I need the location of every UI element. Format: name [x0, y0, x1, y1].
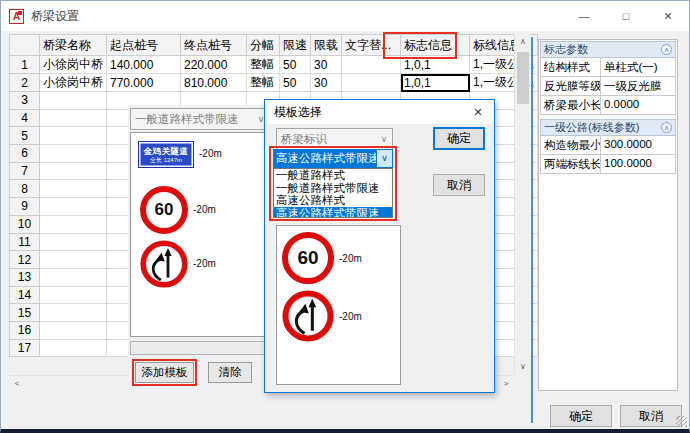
minimize-button[interactable]: — [563, 1, 605, 31]
scroll-up-icon[interactable]: ∧ [515, 34, 531, 50]
scrollbar-thumb[interactable] [517, 52, 529, 104]
collapse-icon[interactable]: ∧ [661, 44, 672, 55]
table-cell[interactable] [40, 109, 107, 127]
property-label: 构造物最小... [541, 136, 601, 154]
table-cell[interactable]: 30 [311, 74, 342, 92]
property-label: 反光膜等级 [541, 77, 601, 95]
property-group-header[interactable]: 标志参数∧ [540, 41, 676, 58]
add-template-button[interactable]: 添加模板 [135, 362, 194, 383]
row-number-cell[interactable]: 13 [10, 268, 40, 286]
row-number-cell[interactable]: 17 [10, 339, 40, 357]
cancel-button[interactable]: 取消 [620, 405, 682, 427]
property-value[interactable]: 单柱式(一) [601, 58, 675, 76]
dialog-cancel-button[interactable]: 取消 [433, 174, 485, 196]
close-button[interactable]: ✕ [647, 1, 689, 31]
corner-header-cell[interactable] [10, 35, 40, 56]
chevron-down-icon[interactable]: ∨ [376, 150, 392, 167]
row-number-cell[interactable]: 6 [10, 145, 40, 163]
table-cell[interactable] [40, 127, 107, 145]
property-value[interactable]: 100.0000 [601, 155, 675, 173]
row-number-cell[interactable]: 8 [10, 180, 40, 198]
column-header[interactable]: 分幅 [247, 35, 280, 56]
table-cell[interactable] [40, 145, 107, 163]
table-cell[interactable]: 30 [311, 56, 342, 74]
row-number-cell[interactable]: 10 [10, 215, 40, 233]
table-cell[interactable]: 1,0,1 [401, 74, 470, 92]
column-header[interactable]: 文字替... [342, 35, 401, 56]
table-cell[interactable] [40, 286, 107, 304]
row-number-cell[interactable]: 12 [10, 251, 40, 269]
scroll-down-icon[interactable]: ∨ [515, 359, 531, 375]
row-number-cell[interactable]: 3 [10, 92, 40, 110]
row-number-cell[interactable]: 2 [10, 74, 40, 92]
property-row: 结构样式单柱式(一) [540, 58, 676, 77]
dialog-close-icon[interactable]: ✕ [462, 100, 494, 124]
column-header[interactable]: 限载 [311, 35, 342, 56]
panel-splitter[interactable] [531, 37, 533, 423]
table-cell[interactable] [40, 233, 107, 251]
dropdown-option[interactable]: 高速公路样式带限速 [274, 207, 392, 219]
table-cell[interactable] [40, 268, 107, 286]
table-cell[interactable] [342, 56, 401, 74]
dropdown-option[interactable]: 一般道路样式带限速 [274, 182, 392, 195]
property-value[interactable]: 300.0000 [601, 136, 675, 154]
scroll-right-icon[interactable]: > [498, 376, 514, 392]
row-number-cell[interactable]: 14 [10, 286, 40, 304]
column-header[interactable]: 起点桩号 [107, 35, 181, 56]
category-combobox[interactable]: 桥梁标识 ∨ [276, 128, 393, 150]
column-header[interactable]: 限速 [280, 35, 311, 56]
table-cell[interactable]: 小徐岗中桥 [40, 74, 107, 92]
table-cell[interactable]: 50 [280, 74, 311, 92]
template-style-combobox[interactable]: 一般道路样式带限速 ∨ [130, 108, 270, 130]
row-number-cell[interactable]: 1 [10, 56, 40, 74]
table-cell[interactable] [40, 251, 107, 269]
row-number-cell[interactable]: 9 [10, 198, 40, 216]
row-number-cell[interactable]: 7 [10, 162, 40, 180]
table-cell[interactable] [40, 162, 107, 180]
ok-button[interactable]: 确定 [550, 405, 612, 427]
table-cell[interactable] [40, 215, 107, 233]
chevron-down-icon[interactable]: ∨ [376, 134, 392, 144]
table-cell[interactable]: 整幅 [247, 56, 280, 74]
property-value[interactable]: 0.0000 [601, 96, 675, 114]
row-number-cell[interactable]: 5 [10, 127, 40, 145]
collapse-icon[interactable]: ∧ [661, 122, 672, 133]
row-number-cell[interactable]: 16 [10, 321, 40, 339]
table-cell[interactable]: 整幅 [247, 74, 280, 92]
table-cell[interactable]: 小徐岗中桥 [40, 56, 107, 74]
clear-button[interactable]: 清除 [208, 362, 252, 383]
row-number-cell[interactable]: 15 [10, 304, 40, 322]
scroll-left-icon[interactable]: < [9, 376, 25, 392]
table-cell[interactable] [40, 180, 107, 198]
property-group-header[interactable]: 一级公路(标线参数)∧ [540, 119, 676, 136]
dropdown-option[interactable]: 一般道路样式 [274, 169, 392, 182]
table-cell[interactable]: 140.000 [107, 56, 181, 74]
table-cell[interactable]: 770.000 [107, 74, 181, 92]
table-header-row: 桥梁名称起点桩号终点桩号分幅限速限载文字替...标志信息标线信息 [10, 35, 538, 56]
column-header[interactable]: 终点桩号 [181, 35, 247, 56]
row-number-cell[interactable]: 11 [10, 233, 40, 251]
property-label: 桥梁最小长 [541, 96, 601, 114]
table-cell[interactable] [40, 198, 107, 216]
combobox-selected-text: 高速公路样式带限速 [274, 150, 376, 167]
row-number-cell[interactable]: 4 [10, 109, 40, 127]
column-header[interactable]: 桥梁名称 [40, 35, 107, 56]
table-cell[interactable] [40, 92, 107, 110]
scrollbar-corner [514, 375, 530, 391]
property-value[interactable]: 一级反光膜 [601, 77, 675, 95]
dropdown-option[interactable]: 高速公路样式 [274, 194, 392, 207]
table-cell[interactable]: 1,0,1 [401, 56, 470, 74]
column-header[interactable]: 标志信息 [401, 35, 470, 56]
dialog-ok-button[interactable]: 确定 [433, 127, 485, 150]
table-cell[interactable]: 50 [280, 56, 311, 74]
table-cell[interactable] [40, 304, 107, 322]
vertical-scrollbar[interactable]: ∧ ∨ [514, 34, 530, 375]
maximize-button[interactable]: □ [605, 1, 647, 31]
table-cell[interactable] [40, 321, 107, 339]
table-cell[interactable] [40, 339, 107, 357]
style-combobox-open[interactable]: 高速公路样式带限速 ∨ [273, 149, 393, 168]
table-cell[interactable] [342, 74, 401, 92]
table-cell[interactable]: 220.000 [181, 56, 247, 74]
resize-grip[interactable] [676, 416, 687, 427]
table-cell[interactable]: 810.000 [181, 74, 247, 92]
